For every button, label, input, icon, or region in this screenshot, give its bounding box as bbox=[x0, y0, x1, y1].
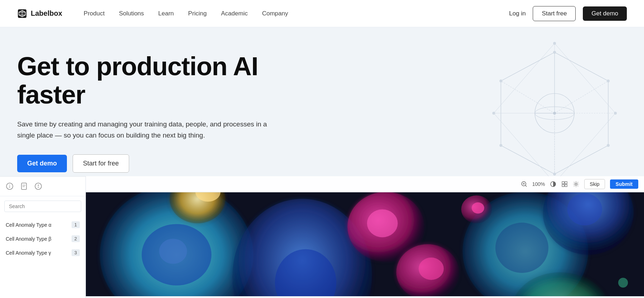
svg-point-68 bbox=[419, 258, 444, 280]
svg-rect-52 bbox=[562, 182, 564, 184]
logo-text: Labelbox bbox=[31, 9, 62, 18]
svg-rect-53 bbox=[565, 182, 567, 184]
hero-title: Get to production AI faster bbox=[17, 52, 286, 109]
settings-icon[interactable] bbox=[573, 181, 579, 187]
nav-company[interactable]: Company bbox=[262, 10, 288, 17]
svg-line-10 bbox=[555, 145, 608, 174]
get-demo-hero-button[interactable]: Get demo bbox=[17, 155, 67, 172]
svg-line-16 bbox=[555, 43, 615, 113]
get-demo-nav-button[interactable]: Get demo bbox=[583, 6, 627, 21]
svg-point-29 bbox=[499, 80, 502, 82]
layout-icon[interactable] bbox=[561, 181, 568, 187]
svg-line-14 bbox=[501, 81, 555, 113]
svg-point-31 bbox=[499, 144, 502, 147]
svg-point-27 bbox=[553, 51, 556, 54]
app-main-image: 100% Skip Submi bbox=[86, 176, 644, 298]
login-button[interactable]: Log in bbox=[509, 10, 526, 17]
svg-point-70 bbox=[496, 223, 548, 273]
svg-line-13 bbox=[555, 81, 608, 113]
hero-subtitle: Save time by creating and managing your … bbox=[17, 119, 268, 141]
image-toolbar: 100% Skip Submi bbox=[86, 176, 644, 192]
svg-point-46 bbox=[38, 187, 39, 188]
list-item-badge: 3 bbox=[72, 249, 80, 256]
hero-section: Get to production AI faster Save time by… bbox=[0, 27, 644, 298]
list-item-label: Cell Anomaly Type β bbox=[6, 236, 52, 242]
svg-point-79 bbox=[618, 278, 628, 288]
microscopy-image bbox=[86, 192, 644, 296]
svg-line-11 bbox=[501, 145, 555, 174]
app-toolbar bbox=[0, 182, 86, 196]
svg-point-60 bbox=[159, 239, 187, 264]
svg-point-34 bbox=[553, 42, 556, 45]
svg-rect-41 bbox=[21, 183, 26, 189]
app-left-panel: Cell Anomaly Type α 1 Cell Anomaly Type … bbox=[0, 176, 86, 298]
list-item[interactable]: Cell Anomaly Type α 1 bbox=[0, 218, 86, 232]
logo-icon bbox=[17, 9, 27, 19]
list-item[interactable]: Cell Anomaly Type β 2 bbox=[0, 232, 86, 246]
nav-actions: Log in Start free Get demo bbox=[509, 6, 627, 21]
list-item-badge: 2 bbox=[72, 235, 80, 242]
hero-buttons: Get demo Start for free bbox=[17, 154, 286, 173]
logo[interactable]: Labelbox bbox=[17, 9, 62, 19]
start-free-button[interactable]: Start free bbox=[533, 6, 576, 21]
svg-point-28 bbox=[607, 80, 610, 82]
document-icon[interactable] bbox=[20, 182, 28, 190]
nav-learn[interactable]: Learn bbox=[158, 10, 174, 17]
app-screenshot: Cell Anomaly Type α 1 Cell Anomaly Type … bbox=[0, 176, 644, 298]
svg-point-75 bbox=[472, 202, 484, 213]
start-free-hero-button[interactable]: Start for free bbox=[73, 154, 129, 173]
svg-point-35 bbox=[614, 112, 617, 115]
svg-line-7 bbox=[501, 52, 555, 81]
svg-point-32 bbox=[553, 173, 556, 176]
svg-point-39 bbox=[9, 185, 10, 186]
svg-line-18 bbox=[494, 113, 555, 183]
svg-point-66 bbox=[367, 210, 398, 237]
svg-point-56 bbox=[575, 183, 577, 185]
skip-button[interactable]: Skip bbox=[584, 179, 605, 189]
tag-icon[interactable] bbox=[34, 182, 42, 190]
list-item-label: Cell Anomaly Type γ bbox=[6, 250, 51, 256]
svg-line-19 bbox=[494, 43, 555, 113]
svg-rect-55 bbox=[565, 184, 567, 187]
zoom-level: 100% bbox=[532, 181, 545, 187]
search-input[interactable] bbox=[4, 201, 81, 212]
nav-academic[interactable]: Academic bbox=[221, 10, 248, 17]
svg-line-48 bbox=[525, 186, 527, 187]
svg-point-33 bbox=[553, 112, 556, 115]
svg-rect-54 bbox=[562, 184, 564, 187]
zoom-icon[interactable] bbox=[521, 181, 527, 187]
contrast-icon[interactable] bbox=[550, 181, 556, 187]
hero-content: Get to production AI faster Save time by… bbox=[17, 52, 286, 173]
nav-links: Product Solutions Learn Pricing Academic… bbox=[84, 10, 509, 17]
list-item[interactable]: Cell Anomaly Type γ 3 bbox=[0, 246, 86, 260]
svg-point-37 bbox=[492, 112, 495, 115]
nav-pricing[interactable]: Pricing bbox=[188, 10, 207, 17]
nav-solutions[interactable]: Solutions bbox=[119, 10, 144, 17]
svg-point-30 bbox=[607, 144, 610, 147]
svg-line-17 bbox=[555, 113, 615, 183]
list-item-label: Cell Anomaly Type α bbox=[6, 222, 52, 228]
svg-point-72 bbox=[567, 193, 602, 226]
info-icon[interactable] bbox=[6, 182, 14, 190]
list-item-badge: 1 bbox=[72, 221, 80, 228]
svg-line-6 bbox=[555, 52, 608, 81]
navbar: Labelbox Product Solutions Learn Pricing… bbox=[0, 0, 644, 27]
submit-button[interactable]: Submit bbox=[610, 179, 638, 189]
nav-product[interactable]: Product bbox=[84, 10, 105, 17]
